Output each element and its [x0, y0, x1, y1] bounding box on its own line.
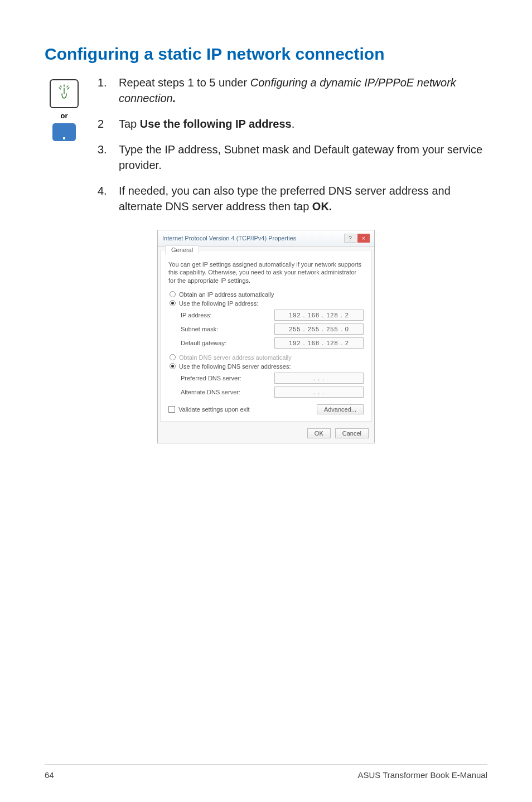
- radio-label: Use the following IP address:: [179, 300, 258, 307]
- dialog-title: Internet Protocol Version 4 (TCP/IPv4) P…: [162, 235, 296, 241]
- step-number: 2: [98, 116, 108, 132]
- preferred-dns-label: Preferred DNS server:: [181, 375, 270, 381]
- radio-obtain-ip-auto[interactable]: Obtain an IP address automatically: [170, 291, 362, 298]
- step-number: 4.: [98, 183, 108, 214]
- step-text: Repeat steps 1 to 5 under: [119, 76, 250, 89]
- step-text: Tap: [119, 118, 140, 130]
- checkbox-label: Validate settings upon exit: [178, 406, 250, 413]
- page-footer: 64 ASUS Transformer Book E-Manual: [45, 764, 487, 780]
- step-number: 3.: [98, 142, 108, 173]
- radio-icon: [170, 354, 176, 360]
- step-text: Type the IP address, Subnet mask and Def…: [119, 142, 487, 173]
- tab-general[interactable]: General: [165, 245, 199, 254]
- step-bold: OK.: [312, 200, 332, 212]
- preferred-dns-input[interactable]: . . .: [274, 373, 364, 384]
- validate-settings-checkbox[interactable]: Validate settings upon exit: [168, 406, 250, 413]
- manual-title: ASUS Transformer Book E-Manual: [357, 770, 487, 780]
- dialog-titlebar: Internet Protocol Version 4 (TCP/IPv4) P…: [158, 230, 374, 247]
- alternate-dns-input[interactable]: . . .: [274, 386, 364, 398]
- default-gateway-input[interactable]: 192 . 168 . 128 . 2: [274, 337, 364, 349]
- or-label: or: [61, 112, 68, 120]
- step-3: 3. Type the IP address, Subnet mask and …: [98, 142, 487, 173]
- ip-address-input[interactable]: 192 . 168 . 128 . 2: [274, 310, 364, 321]
- advanced-button[interactable]: Advanced...: [317, 404, 364, 414]
- ok-button[interactable]: OK: [307, 428, 331, 438]
- radio-label: Use the following DNS server addresses:: [179, 363, 291, 370]
- subnet-mask-label: Subnet mask:: [181, 326, 270, 332]
- touchpad-icon: [52, 123, 76, 141]
- step-bold: .: [173, 92, 176, 104]
- radio-icon: [170, 363, 176, 369]
- radio-label: Obtain DNS server address automatically: [179, 354, 292, 361]
- ipv4-properties-dialog: Internet Protocol Version 4 (TCP/IPv4) P…: [157, 230, 375, 443]
- step-1: 1. Repeat steps 1 to 5 under Configuring…: [98, 75, 487, 106]
- radio-icon: [170, 300, 176, 306]
- default-gateway-label: Default gateway:: [181, 340, 270, 346]
- touch-icon: [50, 79, 79, 108]
- radio-label: Obtain an IP address automatically: [179, 291, 274, 298]
- step-4: 4. If needed, you can also type the pref…: [98, 183, 487, 214]
- checkbox-icon: [168, 406, 175, 413]
- dialog-description: You can get IP settings assigned automat…: [168, 260, 364, 284]
- instruction-icon-column: or: [45, 75, 84, 141]
- step-number: 1.: [98, 75, 108, 106]
- help-button[interactable]: ?: [344, 234, 356, 243]
- section-heading: Configuring a static IP network connecti…: [45, 45, 487, 64]
- radio-icon: [170, 291, 176, 297]
- ip-address-label: IP address:: [181, 312, 270, 318]
- step-text: If needed, you can also type the preferr…: [119, 185, 451, 212]
- step-bold: Use the following IP address: [140, 118, 292, 130]
- radio-use-following-ip[interactable]: Use the following IP address:: [170, 300, 362, 307]
- radio-use-following-dns[interactable]: Use the following DNS server addresses:: [170, 363, 362, 370]
- cancel-button[interactable]: Cancel: [335, 428, 369, 438]
- close-button[interactable]: ×: [357, 234, 370, 243]
- step-post: .: [292, 118, 295, 130]
- alternate-dns-label: Alternate DNS server:: [181, 389, 270, 395]
- steps-list: 1. Repeat steps 1 to 5 under Configuring…: [98, 75, 487, 224]
- radio-obtain-dns-auto: Obtain DNS server address automatically: [170, 354, 362, 361]
- page-number: 64: [45, 770, 54, 780]
- subnet-mask-input[interactable]: 255 . 255 . 255 . 0: [274, 323, 364, 335]
- step-2: 2 Tap Use the following IP address.: [98, 116, 487, 132]
